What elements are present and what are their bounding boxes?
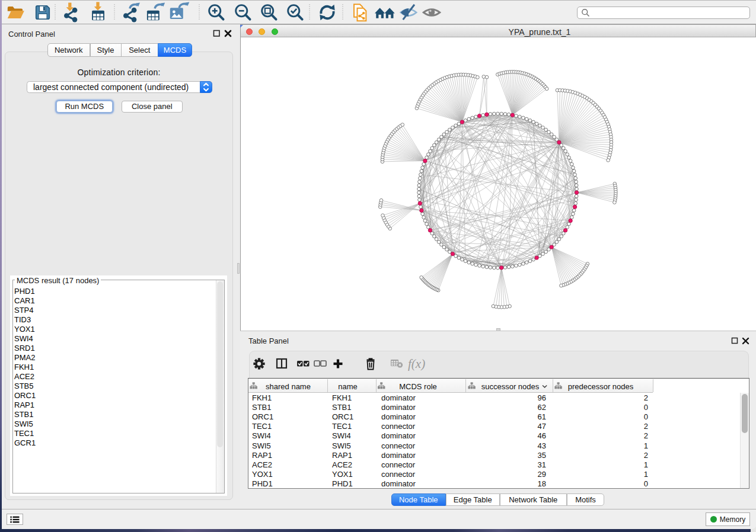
svg-text:f(x): f(x) xyxy=(408,357,425,371)
